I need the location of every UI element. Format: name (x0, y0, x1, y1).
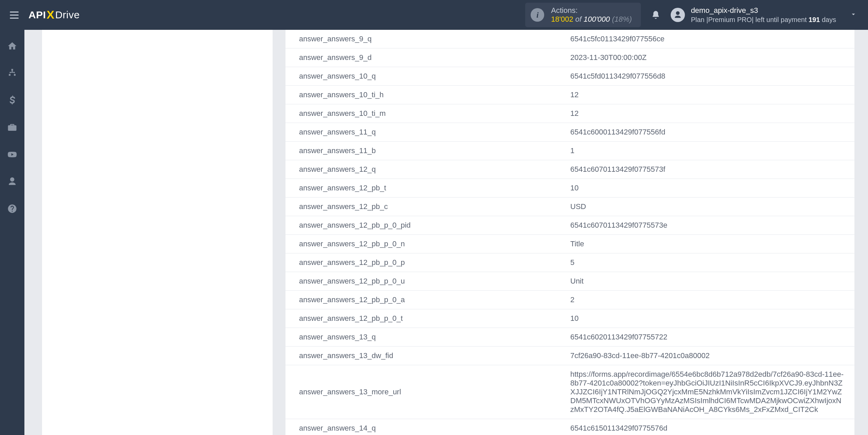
row-key: answer_answers_13_q (285, 328, 570, 347)
logo-drive: Drive (55, 9, 80, 21)
row-value: Title (570, 235, 854, 253)
row-key: answer_answers_11_q (285, 123, 570, 142)
table-row: answer_answers_12_pb_cUSD (285, 198, 854, 216)
row-key: answer_answers_13_more_url (285, 365, 570, 419)
actions-counter[interactable]: i Actions: 18'002 of 100'000 (18%) (525, 3, 640, 27)
sitemap-icon[interactable] (5, 66, 19, 80)
row-value: 6541c6070113429f0775573e (570, 216, 854, 235)
row-value: 6541c6020113429f07755722 (570, 328, 854, 347)
table-row: answer_answers_12_pb_t10 (285, 179, 854, 198)
table-row: answer_answers_12_pb_p_0_p5 (285, 253, 854, 272)
row-value: 10 (570, 309, 854, 328)
table-row: answer_answers_11_q6541c6000113429f07755… (285, 123, 854, 142)
username: demo_apix-drive_s3 (691, 6, 836, 16)
plan-suffix: days (820, 16, 836, 23)
row-key: answer_answers_9_q (285, 30, 570, 48)
main-area: answer_answers_9_q6541c5fc0113429f077556… (24, 30, 868, 435)
row-key: answer_answers_12_pb_p_0_a (285, 291, 570, 309)
user-block: demo_apix-drive_s3 Plan |Premium PRO| le… (691, 6, 836, 24)
row-value: 2023-11-30T00:00:00Z (570, 48, 854, 67)
row-key: answer_answers_12_pb_p_0_n (285, 235, 570, 253)
logo[interactable]: API X Drive (28, 8, 80, 22)
row-key: answer_answers_12_pb_p_0_t (285, 309, 570, 328)
row-key: answer_answers_12_pb_t (285, 179, 570, 198)
logo-x: X (47, 8, 55, 21)
row-value: Unit (570, 272, 854, 291)
avatar[interactable] (671, 8, 685, 22)
row-key: answer_answers_12_pb_p_0_pid (285, 216, 570, 235)
table-row: answer_answers_12_pb_p_0_pid6541c6070113… (285, 216, 854, 235)
table-row: answer_answers_11_b1 (285, 142, 854, 160)
data-panel: answer_answers_9_q6541c5fc0113429f077556… (285, 30, 854, 435)
table-row: answer_answers_10_ti_m12 (285, 104, 854, 123)
logo-api: API (28, 9, 46, 21)
menu-icon[interactable] (8, 9, 20, 21)
table-row: answer_answers_12_pb_p_0_a2 (285, 291, 854, 309)
table-row: answer_answers_12_pb_p_0_t10 (285, 309, 854, 328)
table-row: answer_answers_13_q6541c6020113429f07755… (285, 328, 854, 347)
row-value: 6541c6150113429f0775576d (570, 419, 854, 435)
row-value: 10 (570, 179, 854, 198)
row-value: https://forms.app/recordimage/6554e6bc8d… (570, 365, 854, 419)
data-table: answer_answers_9_q6541c5fc0113429f077556… (285, 30, 854, 435)
actions-pct: (18%) (610, 15, 632, 23)
header-bar: API X Drive i Actions: 18'002 of 100'000… (0, 0, 868, 30)
row-key: answer_answers_10_ti_m (285, 104, 570, 123)
row-value: 5 (570, 253, 854, 272)
table-row: answer_answers_10_q6541c5fd0113429f07755… (285, 67, 854, 86)
row-value: 7cf26a90-83cd-11ee-8b77-4201c0a80002 (570, 347, 854, 365)
sidebar (0, 30, 24, 435)
table-row: answer_answers_14_q6541c6150113429f07755… (285, 419, 854, 435)
row-value: 1 (570, 142, 854, 160)
left-panel (42, 30, 273, 435)
table-row: answer_answers_12_pb_p_0_nTitle (285, 235, 854, 253)
row-value: 6541c5fd0113429f077556d8 (570, 67, 854, 86)
row-key: answer_answers_12_q (285, 160, 570, 179)
row-key: answer_answers_9_d (285, 48, 570, 67)
table-row: answer_answers_12_q6541c6070113429f07755… (285, 160, 854, 179)
row-value: 12 (570, 86, 854, 104)
info-icon: i (531, 8, 544, 22)
actions-of: of (573, 15, 584, 23)
user-icon[interactable] (5, 175, 19, 188)
actions-used: 18'002 (551, 15, 573, 23)
plan-days: 191 (809, 16, 820, 23)
dollar-icon[interactable] (5, 94, 19, 107)
row-key: answer_answers_12_pb_p_0_p (285, 253, 570, 272)
youtube-icon[interactable] (5, 148, 19, 161)
table-row: answer_answers_12_pb_p_0_uUnit (285, 272, 854, 291)
row-key: answer_answers_13_dw_fid (285, 347, 570, 365)
plan-prefix: Plan |Premium PRO| left until payment (691, 16, 809, 23)
actions-total: 100'000 (584, 15, 610, 23)
row-key: answer_answers_10_ti_h (285, 86, 570, 104)
actions-label: Actions: (551, 6, 632, 15)
briefcase-icon[interactable] (5, 121, 19, 134)
row-value: USD (570, 198, 854, 216)
row-key: answer_answers_14_q (285, 419, 570, 435)
row-key: answer_answers_12_pb_c (285, 198, 570, 216)
bell-icon[interactable] (651, 10, 660, 20)
question-icon[interactable] (5, 202, 19, 215)
row-value: 6541c5fc0113429f077556ce (570, 30, 854, 48)
row-value: 2 (570, 291, 854, 309)
row-value: 6541c6000113429f077556fd (570, 123, 854, 142)
home-icon[interactable] (5, 39, 19, 53)
table-row: answer_answers_13_more_urlhttps://forms.… (285, 365, 854, 419)
table-row: answer_answers_13_dw_fid7cf26a90-83cd-11… (285, 347, 854, 365)
actions-text: Actions: 18'002 of 100'000 (18%) (551, 6, 632, 24)
table-row: answer_answers_10_ti_h12 (285, 86, 854, 104)
table-row: answer_answers_9_q6541c5fc0113429f077556… (285, 30, 854, 48)
row-key: answer_answers_12_pb_p_0_u (285, 272, 570, 291)
table-row: answer_answers_9_d2023-11-30T00:00:00Z (285, 48, 854, 67)
row-key: answer_answers_11_b (285, 142, 570, 160)
row-value: 6541c6070113429f0775573f (570, 160, 854, 179)
row-value: 12 (570, 104, 854, 123)
chevron-down-icon[interactable] (850, 11, 857, 19)
row-key: answer_answers_10_q (285, 67, 570, 86)
